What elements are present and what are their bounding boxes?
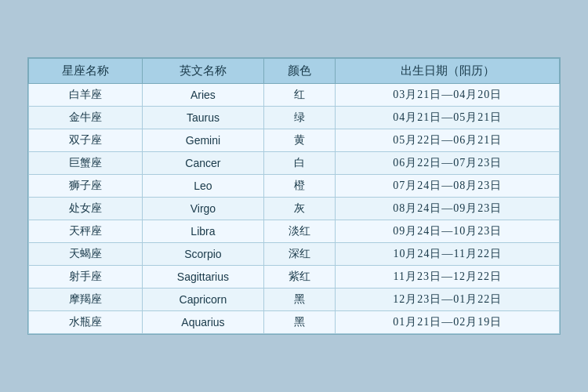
table-row: 天秤座Libra淡红09月24日—10月23日 [29, 220, 560, 243]
cell-color: 淡红 [264, 220, 336, 243]
cell-english: Gemini [142, 129, 264, 152]
cell-chinese: 巨蟹座 [29, 152, 143, 175]
cell-chinese: 处女座 [29, 198, 143, 220]
cell-color: 红 [264, 84, 336, 107]
cell-chinese: 金牛座 [29, 107, 143, 129]
cell-color: 黑 [264, 289, 336, 311]
table-row: 射手座Sagittarius紫红11月23日—12月22日 [29, 266, 560, 289]
cell-dates: 09月24日—10月23日 [336, 220, 560, 243]
table-row: 金牛座Taurus绿04月21日—05月21日 [29, 107, 560, 129]
cell-dates: 08月24日—09月23日 [336, 198, 560, 220]
cell-chinese: 狮子座 [29, 175, 143, 198]
cell-chinese: 双子座 [29, 129, 143, 152]
cell-dates: 06月22日—07月23日 [336, 152, 560, 175]
table-row: 狮子座Leo橙07月24日—08月23日 [29, 175, 560, 198]
table-row: 双子座Gemini黄05月22日—06月21日 [29, 129, 560, 152]
cell-chinese: 天秤座 [29, 220, 143, 243]
col-header-color: 颜色 [264, 59, 336, 84]
table-body: 白羊座Aries红03月21日—04月20日金牛座Taurus绿04月21日—0… [29, 84, 560, 334]
cell-color: 灰 [264, 198, 336, 220]
cell-color: 黄 [264, 129, 336, 152]
cell-color: 黑 [264, 311, 336, 334]
cell-dates: 05月22日—06月21日 [336, 129, 560, 152]
cell-chinese: 水瓶座 [29, 311, 143, 334]
cell-english: Virgo [142, 198, 264, 220]
cell-english: Leo [142, 175, 264, 198]
table-row: 摩羯座Capricorn黑12月23日—01月22日 [29, 289, 560, 311]
cell-english: Libra [142, 220, 264, 243]
cell-dates: 07月24日—08月23日 [336, 175, 560, 198]
cell-dates: 11月23日—12月22日 [336, 266, 560, 289]
table-header-row: 星座名称 英文名称 颜色 出生日期（阳历） [29, 59, 560, 84]
table-row: 白羊座Aries红03月21日—04月20日 [29, 84, 560, 107]
cell-english: Taurus [142, 107, 264, 129]
cell-dates: 01月21日—02月19日 [336, 311, 560, 334]
cell-english: Capricorn [142, 289, 264, 311]
cell-color: 绿 [264, 107, 336, 129]
table-row: 巨蟹座Cancer白06月22日—07月23日 [29, 152, 560, 175]
cell-color: 橙 [264, 175, 336, 198]
cell-dates: 12月23日—01月22日 [336, 289, 560, 311]
cell-dates: 04月21日—05月21日 [336, 107, 560, 129]
cell-chinese: 白羊座 [29, 84, 143, 107]
cell-dates: 03月21日—04月20日 [336, 84, 560, 107]
cell-color: 深红 [264, 243, 336, 266]
cell-color: 紫红 [264, 266, 336, 289]
cell-chinese: 天蝎座 [29, 243, 143, 266]
zodiac-table: 星座名称 英文名称 颜色 出生日期（阳历） 白羊座Aries红03月21日—04… [28, 58, 560, 334]
col-header-dates: 出生日期（阳历） [336, 59, 560, 84]
cell-chinese: 摩羯座 [29, 289, 143, 311]
cell-chinese: 射手座 [29, 266, 143, 289]
cell-english: Cancer [142, 152, 264, 175]
zodiac-table-container: 星座名称 英文名称 颜色 出生日期（阳历） 白羊座Aries红03月21日—04… [27, 57, 561, 335]
cell-color: 白 [264, 152, 336, 175]
cell-english: Aries [142, 84, 264, 107]
table-row: 水瓶座Aquarius黑01月21日—02月19日 [29, 311, 560, 334]
cell-english: Aquarius [142, 311, 264, 334]
col-header-chinese: 星座名称 [29, 59, 143, 84]
cell-english: Scorpio [142, 243, 264, 266]
col-header-english: 英文名称 [142, 59, 264, 84]
cell-dates: 10月24日—11月22日 [336, 243, 560, 266]
cell-english: Sagittarius [142, 266, 264, 289]
table-row: 天蝎座Scorpio深红10月24日—11月22日 [29, 243, 560, 266]
table-row: 处女座Virgo灰08月24日—09月23日 [29, 198, 560, 220]
